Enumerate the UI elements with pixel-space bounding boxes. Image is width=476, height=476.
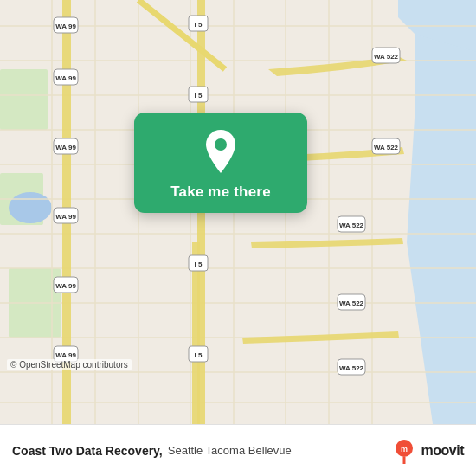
- action-card[interactable]: Take me there: [134, 113, 307, 213]
- svg-text:WA 522: WA 522: [339, 222, 364, 229]
- svg-text:WA 99: WA 99: [55, 351, 76, 359]
- svg-point-58: [215, 138, 227, 151]
- svg-text:I 5: I 5: [195, 21, 203, 29]
- svg-text:I 5: I 5: [195, 92, 203, 100]
- svg-text:WA 99: WA 99: [55, 74, 76, 82]
- take-me-there-button-label: Take me there: [170, 183, 271, 201]
- location-icon-wrap: [197, 128, 244, 175]
- svg-text:WA 99: WA 99: [55, 213, 76, 221]
- footer-bar: Coast Two Data Recovery, Seattle Tacoma …: [0, 424, 476, 476]
- location-pin-icon: [202, 128, 240, 175]
- moovit-brand-text: moovit: [421, 443, 464, 459]
- footer-text-group: Coast Two Data Recovery, Seattle Tacoma …: [12, 444, 292, 458]
- svg-rect-1: [0, 69, 48, 130]
- svg-text:WA 522: WA 522: [339, 299, 364, 307]
- svg-text:WA 522: WA 522: [374, 53, 399, 61]
- svg-text:WA 522: WA 522: [339, 364, 364, 372]
- svg-text:WA 99: WA 99: [55, 282, 76, 290]
- map-attribution: © OpenStreetMap contributors: [7, 359, 132, 370]
- moovit-logo: m moovit: [391, 438, 464, 464]
- business-name: Coast Two Data Recovery,: [12, 444, 163, 458]
- svg-text:I 5: I 5: [195, 351, 203, 359]
- svg-text:I 5: I 5: [195, 261, 203, 268]
- moovit-icon: m: [391, 438, 417, 464]
- map-container: WA 99 WA 99 WA 99 WA 99 WA 99 WA 99 I 5 …: [0, 0, 476, 424]
- svg-text:m: m: [401, 445, 408, 453]
- svg-text:WA 522: WA 522: [374, 144, 399, 151]
- svg-text:WA 99: WA 99: [55, 23, 76, 30]
- svg-point-4: [9, 192, 52, 223]
- svg-text:WA 99: WA 99: [55, 144, 76, 151]
- location-text: Seattle Tacoma Bellevue: [168, 444, 292, 457]
